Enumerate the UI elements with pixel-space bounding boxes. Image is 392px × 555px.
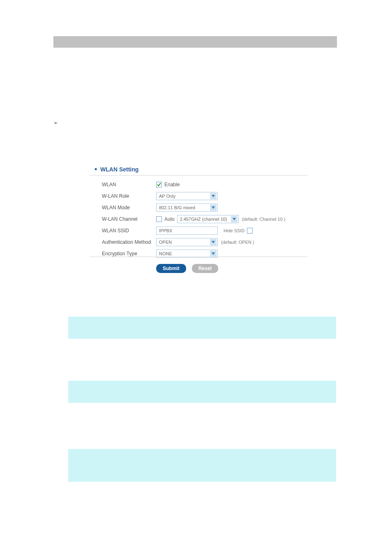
bullet-icon: ➢ bbox=[53, 120, 58, 126]
checkbox-auto-channel[interactable] bbox=[156, 216, 162, 222]
row-role: W-LAN Role AP Only bbox=[102, 192, 316, 201]
label-ssid: WLAN SSID bbox=[102, 228, 156, 234]
header-gray-bar bbox=[53, 36, 337, 48]
chevron-down-icon bbox=[231, 216, 238, 222]
divider bbox=[90, 175, 307, 176]
select-role-value: AP Only bbox=[159, 194, 175, 199]
reset-button[interactable]: Reset bbox=[192, 264, 219, 273]
row-channel: W-LAN Channel Auto 2.457GHZ (channel 10)… bbox=[102, 215, 316, 224]
row-mode: WLAN Mode 802.11 B/G mixed bbox=[102, 203, 316, 212]
text-hide-ssid: Hide SSID bbox=[224, 228, 244, 233]
select-wlan-mode[interactable]: 802.11 B/G mixed bbox=[156, 204, 218, 212]
svg-marker-0 bbox=[212, 195, 215, 197]
chevron-down-icon bbox=[210, 250, 217, 257]
highlight-box bbox=[68, 449, 336, 482]
label-mode: WLAN Mode bbox=[102, 205, 156, 210]
svg-marker-1 bbox=[212, 206, 215, 209]
hint-channel-default: (default: Channel 10 ) bbox=[242, 217, 286, 222]
checkbox-wlan-enable[interactable] bbox=[156, 182, 162, 187]
hint-auth-default: (default: OPEN ) bbox=[221, 240, 254, 245]
label-wlan: WLAN bbox=[102, 182, 156, 187]
row-wlan: WLAN Enable bbox=[102, 180, 316, 189]
checkbox-hide-ssid[interactable] bbox=[247, 228, 253, 234]
select-auth-value: OPEN bbox=[159, 240, 172, 245]
chevron-down-icon bbox=[210, 193, 217, 199]
divider bbox=[90, 257, 307, 257]
select-mode-value: 802.11 B/G mixed bbox=[159, 205, 195, 210]
select-wlan-channel[interactable]: 2.457GHZ (channel 10) bbox=[177, 215, 239, 223]
svg-marker-3 bbox=[212, 241, 215, 243]
label-channel: W-LAN Channel bbox=[102, 216, 156, 222]
text-auto: Auto bbox=[164, 216, 175, 222]
input-wlan-ssid[interactable] bbox=[156, 227, 218, 235]
chevron-down-icon bbox=[210, 204, 217, 211]
submit-button[interactable]: Submit bbox=[156, 264, 186, 273]
wlan-form: WLAN Enable W-LAN Role AP Only WLAN Mode… bbox=[102, 180, 316, 261]
section-title: WLAN Setting bbox=[100, 166, 138, 173]
highlight-box bbox=[68, 317, 336, 339]
select-wlan-role[interactable]: AP Only bbox=[156, 192, 218, 200]
svg-marker-4 bbox=[212, 252, 215, 255]
select-channel-value: 2.457GHZ (channel 10) bbox=[180, 217, 227, 222]
label-auth: Authentication Method bbox=[102, 239, 156, 245]
highlight-box bbox=[68, 381, 336, 403]
label-enc: Encryption Type bbox=[102, 251, 156, 257]
row-ssid: WLAN SSID Hide SSID bbox=[102, 226, 316, 235]
svg-marker-2 bbox=[233, 218, 236, 220]
select-enc-value: NONE bbox=[159, 251, 172, 256]
row-auth: Authentication Method OPEN (default: OPE… bbox=[102, 238, 316, 247]
button-row: Submit Reset bbox=[156, 264, 218, 273]
chevron-down-icon bbox=[210, 239, 217, 245]
text-enable: Enable bbox=[164, 182, 180, 187]
select-auth-method[interactable]: OPEN bbox=[156, 238, 218, 246]
label-role: W-LAN Role bbox=[102, 193, 156, 199]
